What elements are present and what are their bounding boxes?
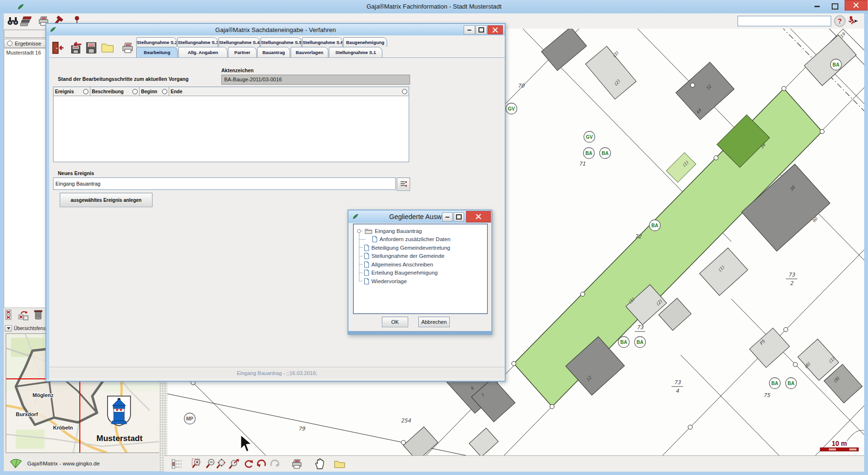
table-header-row: Ereignis Beschreibung Beginn Ende — [54, 87, 409, 96]
cancel-button[interactable]: Abbrechen — [418, 317, 450, 327]
app-titlebar: Gaja®Matrix Fachinformation - Stadt Must… — [0, 0, 868, 13]
list-picker-icon — [400, 180, 407, 188]
column-header-ereignis[interactable]: Ereignis — [54, 87, 90, 96]
app-title: Gaja®Matrix Fachinformation - Stadt Must… — [0, 0, 868, 13]
undo-icon[interactable] — [256, 458, 268, 470]
exit-door-icon[interactable] — [51, 41, 65, 55]
tab-stellungnahme-s1[interactable]: Stellungnahme S.1 — [329, 47, 382, 57]
folder-icon — [365, 228, 373, 234]
neues-ereignis-input-box[interactable] — [53, 177, 396, 190]
tree-dialog-minimize-button[interactable] — [442, 212, 453, 221]
place-label: Kröbeln — [53, 425, 73, 431]
open-folder-icon[interactable] — [334, 458, 346, 470]
pan-hand-icon[interactable] — [313, 458, 325, 470]
ereignis-picker-button[interactable] — [397, 177, 410, 191]
svg-text:BA: BA — [586, 151, 592, 156]
search-input-box[interactable] — [738, 16, 831, 26]
neues-ereignis-input[interactable] — [54, 178, 395, 189]
tab-stellungnahme-s6[interactable]: Stellungnahme S.6 — [302, 37, 343, 47]
tree-dialog-titlebar[interactable]: Gegliederte Auswahl — [348, 210, 491, 223]
tab-baugenehmigung[interactable]: Baugenehmigung — [343, 37, 387, 47]
exit-runner-icon[interactable] — [847, 15, 859, 27]
close-button[interactable] — [845, 0, 868, 11]
tree-dialog-maximize-button[interactable] — [454, 212, 464, 221]
delete-trash-icon[interactable] — [33, 309, 43, 320]
sort-icon[interactable] — [132, 89, 138, 94]
save-icon[interactable] — [85, 41, 98, 55]
map-toolbar — [164, 455, 864, 472]
tab-stellungnahme-s5[interactable]: Stellungnahme S.5 — [260, 37, 302, 47]
dialog-maximize-button[interactable] — [476, 25, 487, 34]
tree-item[interactable]: Beteiligung Gemeindevertretung — [354, 243, 487, 252]
document-icon — [364, 269, 369, 276]
app-status-text: Gaja®Matrix - www.gingko.de — [27, 461, 100, 466]
document-icon — [364, 253, 369, 259]
column-header-ende[interactable]: Ende — [169, 87, 409, 96]
document-icon — [372, 236, 378, 243]
zoom-extent-icon[interactable] — [216, 458, 228, 470]
search-binoculars-icon[interactable] — [7, 15, 19, 27]
folder-icon[interactable] — [101, 41, 114, 55]
zoom-in-icon[interactable] — [192, 458, 204, 470]
refresh-icon[interactable] — [243, 458, 255, 470]
place-label: Burxdorf — [16, 411, 38, 417]
sort-icon[interactable] — [162, 89, 167, 94]
tab-partner[interactable]: Partner — [228, 47, 257, 57]
ok-button[interactable]: OK — [382, 317, 408, 327]
gingko-leaf-icon — [9, 458, 23, 469]
tree-expand-handle-icon[interactable] — [356, 228, 363, 234]
tree-dialog-close-button[interactable] — [466, 211, 491, 222]
tab-bearbeitung[interactable]: Bearbeitung — [136, 47, 178, 57]
minimize-button[interactable] — [811, 2, 823, 11]
column-header-beschreibung[interactable]: Beschreibung — [90, 87, 140, 96]
tab-row-lower: Bearbeitung Allg. Angaben Partner Bauant… — [136, 47, 382, 57]
svg-text:73: 73 — [637, 324, 644, 331]
tree-item[interactable]: Allgemeines Anschreiben — [354, 260, 487, 269]
search-input[interactable] — [738, 16, 833, 27]
tree-item[interactable]: Erteilung Baugenehmigung — [354, 269, 487, 277]
stand-label: Stand der Bearbeitungsschritte zum aktue… — [58, 76, 188, 82]
ereignis-tree[interactable]: Eingang Bauantrag Anfordern zusätzlicher… — [353, 224, 488, 314]
place-label: Möglenz — [33, 392, 54, 398]
svg-text:BA: BA — [620, 340, 627, 345]
svg-text:2: 2 — [790, 280, 794, 287]
tree-item-child[interactable]: Anfordern zusätzlicher Daten — [354, 235, 487, 244]
tab-stellungnahme-s3[interactable]: Stellungnahme S.3 — [177, 37, 218, 47]
svg-text:254: 254 — [401, 418, 412, 424]
dialog-titlebar[interactable]: Gaja®Matrix Sachdateneingabe - Verfahren — [46, 24, 505, 35]
tab-stellungnahme-s2[interactable]: Stellungnahme S.2 — [136, 37, 177, 47]
zoom-out-icon[interactable] — [205, 458, 217, 470]
save-back-icon[interactable] — [69, 41, 82, 55]
ereignis-anlegen-button[interactable]: ausgewähltes Ereignis anlegen — [60, 193, 152, 207]
close-icon — [476, 214, 482, 220]
dialog-minimize-button[interactable] — [464, 25, 475, 34]
column-header-beginn[interactable]: Beginn — [140, 87, 169, 96]
sort-icon[interactable] — [83, 89, 88, 94]
zoom-pan-icon[interactable] — [228, 458, 240, 470]
ereignis-table[interactable]: Ereignis Beschreibung Beginn Ende — [53, 87, 409, 162]
tab-stellungnahme-s4[interactable]: Stellungnahme S.4 — [218, 37, 260, 47]
tab-bauantrag[interactable]: Bauantrag — [257, 47, 290, 57]
svg-text:70: 70 — [518, 83, 525, 89]
sort-icon[interactable] — [402, 89, 407, 94]
invert-selection-icon[interactable] — [17, 309, 30, 320]
document-icon — [364, 278, 369, 285]
print-map-icon[interactable] — [291, 458, 303, 470]
tree-item-root[interactable]: Eingang Bauantrag — [354, 227, 487, 235]
layer-list-icon[interactable] — [171, 458, 183, 470]
print-icon[interactable] — [121, 41, 134, 55]
dialog-close-button[interactable] — [488, 25, 503, 34]
help-button[interactable]: ? — [834, 15, 846, 27]
deselect-all-icon[interactable] — [5, 309, 13, 320]
neues-ereignis-label: Neues Ereignis — [58, 170, 94, 176]
tree-item[interactable]: Wiedervorlage — [354, 277, 487, 286]
tab-bauvorlagen[interactable]: Bauvorlagen — [291, 47, 328, 57]
layers-icon[interactable] — [20, 15, 33, 27]
aktenzeichen-field: BA-Bauge-2011/03-0016 — [221, 75, 410, 85]
tree-item[interactable]: Stellungnahme der Gemeinde — [354, 252, 487, 261]
svg-text:BA: BA — [771, 381, 778, 386]
svg-text:BA: BA — [788, 381, 794, 386]
maximize-button[interactable] — [829, 2, 841, 11]
svg-text:BA: BA — [637, 340, 643, 345]
tab-allg-angaben[interactable]: Allg. Angaben — [178, 47, 228, 57]
